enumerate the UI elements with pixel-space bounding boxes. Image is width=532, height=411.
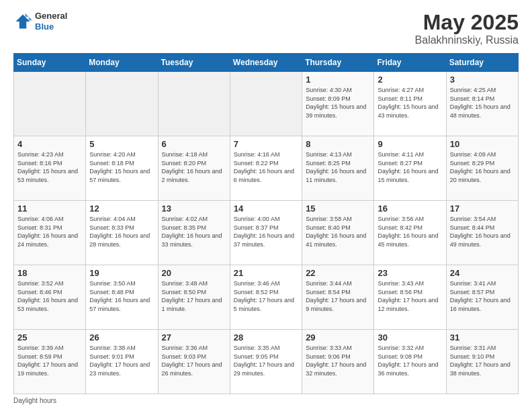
table-row: 18Sunrise: 3:52 AMSunset: 8:46 PMDayligh… [14,265,86,330]
day-number: 26 [89,332,154,342]
calendar-table: Sunday Monday Tuesday Wednesday Thursday… [13,53,519,394]
table-row: 11Sunrise: 4:06 AMSunset: 8:31 PMDayligh… [14,201,86,265]
day-number: 29 [306,332,370,342]
day-number: 19 [89,268,154,278]
day-number: 27 [162,332,226,342]
table-row: 27Sunrise: 3:36 AMSunset: 9:03 PMDayligh… [158,330,230,394]
logo: General Blue [13,11,67,32]
day-number: 2 [378,75,442,85]
table-row: 3Sunrise: 4:25 AMSunset: 8:14 PMDaylight… [446,72,518,136]
day-number: 20 [162,268,226,278]
table-row: 31Sunrise: 3:31 AMSunset: 9:10 PMDayligh… [446,330,518,394]
day-number: 24 [450,268,515,278]
day-detail: Sunrise: 4:23 AMSunset: 8:16 PMDaylight:… [17,150,82,184]
day-detail: Sunrise: 4:20 AMSunset: 8:18 PMDaylight:… [89,150,154,184]
table-row: 13Sunrise: 4:02 AMSunset: 8:35 PMDayligh… [158,201,230,265]
title-block: May 2025 Balakhninskiy, Russia [415,11,519,46]
day-detail: Sunrise: 4:13 AMSunset: 8:25 PMDaylight:… [306,150,370,184]
day-number: 31 [450,332,515,342]
table-row: 24Sunrise: 3:41 AMSunset: 8:57 PMDayligh… [446,265,518,330]
day-number: 16 [378,203,442,214]
table-row: 4Sunrise: 4:23 AMSunset: 8:16 PMDaylight… [14,136,86,201]
day-number: 15 [306,203,370,214]
table-row: 16Sunrise: 3:56 AMSunset: 8:42 PMDayligh… [374,201,446,265]
calendar-week-row: 1Sunrise: 4:30 AMSunset: 8:09 PMDaylight… [14,72,519,136]
location-label: Balakhninskiy, Russia [415,34,519,46]
day-number: 1 [306,75,370,85]
day-detail: Sunrise: 4:06 AMSunset: 8:31 PMDaylight:… [17,215,82,248]
table-row: 25Sunrise: 3:39 AMSunset: 8:59 PMDayligh… [14,330,86,394]
table-row: 30Sunrise: 3:32 AMSunset: 9:08 PMDayligh… [374,330,446,394]
day-detail: Sunrise: 3:46 AMSunset: 8:52 PMDaylight:… [234,279,298,313]
table-row: 23Sunrise: 3:43 AMSunset: 8:56 PMDayligh… [374,265,446,330]
day-detail: Sunrise: 3:52 AMSunset: 8:46 PMDaylight:… [17,279,82,313]
day-number: 30 [378,332,442,342]
day-number: 4 [17,139,82,149]
header: General Blue May 2025 Balakhninskiy, Rus… [13,11,519,46]
table-row: 7Sunrise: 4:16 AMSunset: 8:22 PMDaylight… [230,136,302,201]
day-number: 13 [162,203,226,214]
day-detail: Sunrise: 3:41 AMSunset: 8:57 PMDaylight:… [450,279,515,313]
day-detail: Sunrise: 3:54 AMSunset: 8:44 PMDaylight:… [450,215,515,248]
table-row: 29Sunrise: 3:33 AMSunset: 9:06 PMDayligh… [302,330,374,394]
table-row [86,72,158,136]
table-row: 5Sunrise: 4:20 AMSunset: 8:18 PMDaylight… [86,136,158,201]
table-row: 15Sunrise: 3:58 AMSunset: 8:40 PMDayligh… [302,201,374,265]
calendar-week-row: 25Sunrise: 3:39 AMSunset: 8:59 PMDayligh… [14,330,519,394]
logo-general: General [35,11,67,21]
day-detail: Sunrise: 4:27 AMSunset: 8:11 PMDaylight:… [378,86,442,120]
day-detail: Sunrise: 3:38 AMSunset: 9:01 PMDaylight:… [89,344,154,377]
day-number: 3 [450,75,515,85]
day-detail: Sunrise: 3:43 AMSunset: 8:56 PMDaylight:… [378,279,442,313]
table-row [14,72,86,136]
day-detail: Sunrise: 3:44 AMSunset: 8:54 PMDaylight:… [306,279,370,313]
day-number: 18 [17,268,82,278]
table-row: 14Sunrise: 4:00 AMSunset: 8:37 PMDayligh… [230,201,302,265]
col-tuesday: Tuesday [158,54,230,72]
day-detail: Sunrise: 4:16 AMSunset: 8:22 PMDaylight:… [234,150,298,184]
day-detail: Sunrise: 3:36 AMSunset: 9:03 PMDaylight:… [162,344,226,377]
day-number: 25 [17,332,82,342]
table-row: 20Sunrise: 3:48 AMSunset: 8:50 PMDayligh… [158,265,230,330]
page: General Blue May 2025 Balakhninskiy, Rus… [0,0,532,411]
day-number: 11 [17,203,82,214]
table-row: 6Sunrise: 4:18 AMSunset: 8:20 PMDaylight… [158,136,230,201]
table-row: 1Sunrise: 4:30 AMSunset: 8:09 PMDaylight… [302,72,374,136]
col-wednesday: Wednesday [230,54,302,72]
day-detail: Sunrise: 3:31 AMSunset: 9:10 PMDaylight:… [450,344,515,377]
day-number: 5 [89,139,154,149]
col-friday: Friday [374,54,446,72]
table-row: 8Sunrise: 4:13 AMSunset: 8:25 PMDaylight… [302,136,374,201]
col-sunday: Sunday [14,54,86,72]
table-row: 26Sunrise: 3:38 AMSunset: 9:01 PMDayligh… [86,330,158,394]
day-detail: Sunrise: 3:48 AMSunset: 8:50 PMDaylight:… [162,279,226,313]
day-detail: Sunrise: 3:35 AMSunset: 9:05 PMDaylight:… [234,344,298,377]
footer-note: Daylight hours [13,397,519,404]
day-number: 9 [378,139,442,149]
page-title: May 2025 [415,11,519,34]
day-detail: Sunrise: 4:11 AMSunset: 8:27 PMDaylight:… [378,150,442,184]
day-detail: Sunrise: 3:50 AMSunset: 8:48 PMDaylight:… [89,279,154,313]
day-detail: Sunrise: 4:09 AMSunset: 8:29 PMDaylight:… [450,150,515,184]
day-detail: Sunrise: 4:25 AMSunset: 8:14 PMDaylight:… [450,86,515,120]
table-row: 2Sunrise: 4:27 AMSunset: 8:11 PMDaylight… [374,72,446,136]
day-detail: Sunrise: 3:32 AMSunset: 9:08 PMDaylight:… [378,344,442,377]
day-detail: Sunrise: 3:58 AMSunset: 8:40 PMDaylight:… [306,215,370,248]
table-row: 19Sunrise: 3:50 AMSunset: 8:48 PMDayligh… [86,265,158,330]
table-row: 17Sunrise: 3:54 AMSunset: 8:44 PMDayligh… [446,201,518,265]
day-detail: Sunrise: 4:04 AMSunset: 8:33 PMDaylight:… [89,215,154,248]
day-number: 10 [450,139,515,149]
calendar-header-row: Sunday Monday Tuesday Wednesday Thursday… [14,54,519,72]
day-detail: Sunrise: 4:30 AMSunset: 8:09 PMDaylight:… [306,86,370,120]
col-thursday: Thursday [302,54,374,72]
day-detail: Sunrise: 4:02 AMSunset: 8:35 PMDaylight:… [162,215,226,248]
table-row: 28Sunrise: 3:35 AMSunset: 9:05 PMDayligh… [230,330,302,394]
logo-blue: Blue [35,21,67,32]
table-row: 12Sunrise: 4:04 AMSunset: 8:33 PMDayligh… [86,201,158,265]
table-row: 10Sunrise: 4:09 AMSunset: 8:29 PMDayligh… [446,136,518,201]
calendar-week-row: 18Sunrise: 3:52 AMSunset: 8:46 PMDayligh… [14,265,519,330]
calendar-week-row: 4Sunrise: 4:23 AMSunset: 8:16 PMDaylight… [14,136,519,201]
day-number: 8 [306,139,370,149]
day-number: 17 [450,203,515,214]
day-detail: Sunrise: 3:56 AMSunset: 8:42 PMDaylight:… [378,215,442,248]
